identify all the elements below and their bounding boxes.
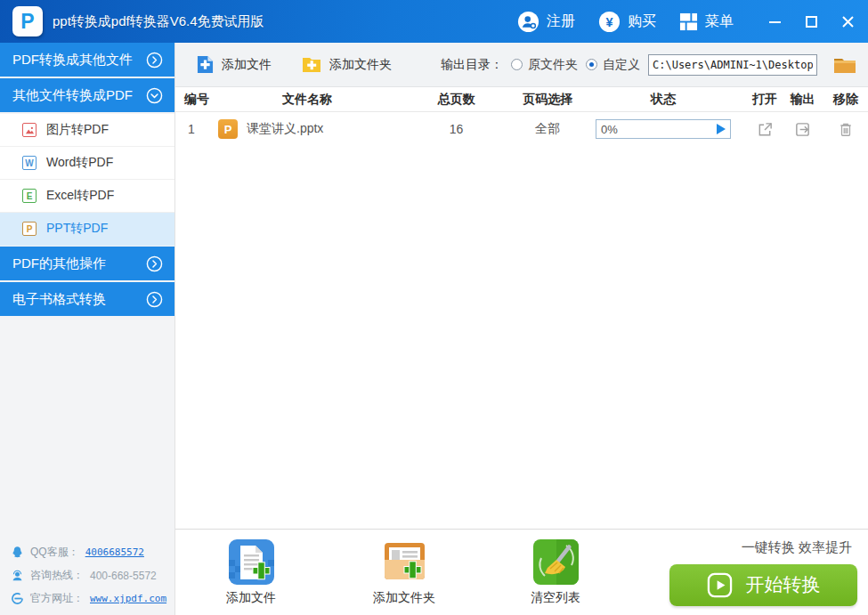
chevron-right-circle-icon [146,291,163,308]
radio-original-folder[interactable]: 原文件夹 [511,57,578,73]
hotline-label: 咨询热线： [30,568,84,583]
qq-penguin-icon [11,546,24,559]
sidebar-section-pdf-ops[interactable]: PDF的其他操作 [0,247,174,280]
footer-add-folder-button[interactable]: 添加文件夹 [361,538,447,606]
chevron-right-circle-icon [146,255,163,272]
chevron-right-circle-icon [146,52,163,69]
col-header-name: 文件名称 [218,92,396,108]
word-doc-icon: W [22,156,37,170]
qq-number-link[interactable]: 4006685572 [85,546,144,558]
titlebar: P ppt转换成pdf转换器V6.4免费试用版 注册 ¥ 购买 菜单 [0,0,868,43]
add-file-icon [197,55,214,74]
window-controls [769,16,854,28]
ppt-file-badge-icon: P [218,119,238,139]
maximize-button[interactable] [806,16,817,28]
close-button[interactable] [842,16,854,28]
contact-block: QQ客服： 4006685572 咨询热线： 400-668-5572 官方网址… [11,537,166,606]
row-total-pages: 16 [396,122,516,136]
sidebar-section-pdf-to-other[interactable]: PDF转换成其他文件 [0,43,174,77]
excel-doc-icon: E [22,189,37,203]
ie-browser-icon [11,592,24,605]
sidebar-item-word-to-pdf[interactable]: W Word转PDF [0,147,174,180]
sidebar: PDF转换成其他文件 其他文件转换成PDF 图片转PDF W Word转PD [0,43,175,615]
svg-text:¥: ¥ [605,14,612,28]
col-header-num: 编号 [175,92,218,108]
toolbar: 添加文件 添加文件夹 输出目录： 原文件夹 自定义 [175,43,868,87]
output-file-button[interactable] [782,121,823,138]
progress-bar: 0% [596,119,731,139]
col-header-remove: 移除 [823,92,868,108]
register-button[interactable]: 注册 [517,11,575,33]
start-convert-label: 开始转换 [746,572,821,597]
radio-circle-checked-icon [586,59,597,70]
qq-service-line: QQ客服： 4006685572 [11,545,166,560]
sidebar-item-label: Word转PDF [46,155,113,171]
col-header-output: 输出 [782,92,823,108]
buy-label: 购买 [628,12,656,31]
app-title: ppt转换成pdf转换器V6.4免费试用版 [53,13,264,30]
browse-folder-button[interactable] [832,55,857,75]
row-status-cell: 0% [579,119,748,139]
register-label: 注册 [547,12,575,31]
col-header-page-select: 页码选择 [516,92,579,108]
sidebar-item-image-to-pdf[interactable]: 图片转PDF [0,114,174,147]
add-file-button[interactable]: 添加文件 [197,55,272,74]
file-list: 1 P 课堂讲义.pptx 16 全部 0% [175,112,868,529]
menu-label: 菜单 [705,12,734,31]
titlebar-actions: 注册 ¥ 购买 菜单 [517,11,854,33]
yuan-coin-icon: ¥ [598,11,621,33]
start-convert-button[interactable]: 开始转换 [669,564,857,606]
output-path-input[interactable] [648,54,817,76]
sidebar-item-label: 图片转PDF [46,122,109,138]
add-folder-big-icon [381,538,428,586]
main-panel: 添加文件 添加文件夹 输出目录： 原文件夹 自定义 [175,43,868,615]
row-filename: 课堂讲义.pptx [247,121,323,137]
add-folder-button[interactable]: 添加文件夹 [302,57,392,73]
row-page-select[interactable]: 全部 [516,121,579,137]
progress-value: 0% [596,123,618,136]
section-label: 其他文件转换成PDF [12,87,133,104]
website-label: 官方网址： [30,591,84,606]
output-dir-label: 输出目录： [441,57,503,73]
hotline-number: 400-668-5572 [90,570,157,582]
row-number: 1 [175,122,218,136]
radio-custom[interactable]: 自定义 [586,57,640,73]
footer-clear-list-button[interactable]: 清空列表 [513,538,598,606]
hotline-line: 咨询热线： 400-668-5572 [11,568,166,583]
sidebar-item-ppt-to-pdf[interactable]: P PPT转PDF [0,213,174,246]
register-person-icon [517,11,539,33]
col-header-pages: 总页数 [396,92,516,108]
footer-add-file-label: 添加文件 [226,590,276,606]
footer-add-folder-label: 添加文件夹 [373,590,435,606]
table-row[interactable]: 1 P 课堂讲义.pptx 16 全部 0% [175,112,868,146]
chevron-down-circle-icon [146,87,163,104]
menu-button[interactable]: 菜单 [679,12,734,31]
buy-button[interactable]: ¥ 购买 [598,11,656,33]
image-icon [22,123,37,137]
website-link[interactable]: www.xjpdf.com [90,593,166,604]
add-folder-icon [302,57,321,73]
row-filename-cell: P 课堂讲义.pptx [218,119,396,139]
add-file-label: 添加文件 [222,57,272,73]
slogan-text: 一键转换 效率提升 [742,539,857,556]
radio-original-label: 原文件夹 [528,57,578,73]
sidebar-item-excel-to-pdf[interactable]: E Excel转PDF [0,180,174,213]
radio-circle-icon [511,59,523,70]
sidebar-section-ebook[interactable]: 电子书格式转换 [0,282,174,316]
footer-right: 一键转换 效率提升 开始转换 [669,539,868,606]
table-header: 编号 文件名称 总页数 页码选择 状态 打开 输出 移除 [175,87,868,112]
section-label: PDF转换成其他文件 [12,52,133,69]
sidebar-item-label: PPT转PDF [46,221,108,237]
add-file-big-icon [228,538,275,586]
output-dir-group: 输出目录： 原文件夹 自定义 [441,54,859,76]
open-file-button[interactable] [748,121,782,138]
play-triangle-icon[interactable] [717,124,726,134]
section-label: PDF的其他操作 [12,255,106,272]
footer-add-file-button[interactable]: 添加文件 [208,538,294,606]
minimize-button[interactable] [769,16,781,28]
footer-bar: 添加文件 添加文件夹 清空列表 一键转换 效率提升 [175,529,868,615]
section-label: 电子书格式转换 [12,291,106,308]
grid-menu-icon [679,12,698,31]
sidebar-section-other-to-pdf[interactable]: 其他文件转换成PDF [0,78,174,112]
remove-file-button[interactable] [823,121,868,138]
